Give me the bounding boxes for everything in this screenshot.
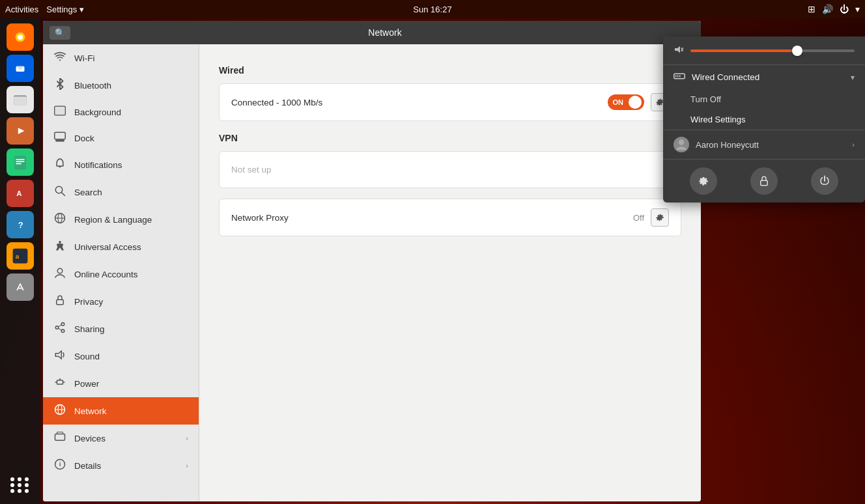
sidebar-item-power-label: Power [74, 379, 99, 389]
devices-icon [53, 431, 66, 445]
network-topbar-icon[interactable]: ⊞ [808, 4, 815, 14]
dock-icon-appstore[interactable]: A [7, 180, 34, 207]
volume-mute-icon[interactable] [674, 44, 684, 57]
sidebar-item-search-label: Search [74, 188, 102, 197]
topbar-dropdown-arrow[interactable]: ▾ [855, 4, 860, 14]
topbar-clock[interactable]: Sun 16:27 [413, 5, 451, 14]
topbar: Activities Settings ▾ Sun 16:27 ⊞ 🔊 ⏻ ▾ [0, 0, 865, 18]
volume-knob[interactable] [792, 46, 802, 56]
wired-connection-status: Connected - 1000 Mb/s [231, 98, 608, 107]
popup-actions-row [663, 159, 865, 203]
sidebar-item-online-accounts-label: Online Accounts [74, 270, 138, 279]
network-settings-icon [53, 404, 66, 418]
svg-text:A: A [16, 189, 21, 197]
sound-icon [53, 349, 66, 363]
toggle-on-label: ON [610, 98, 627, 106]
dock-icon-help[interactable]: ? [7, 211, 34, 238]
turn-off-menu-item[interactable]: Turn Off [663, 89, 865, 109]
vpn-card: Not set up [219, 151, 681, 188]
sidebar-item-universal-access-label: Universal Access [74, 242, 141, 252]
wired-toggle[interactable]: ON [608, 94, 645, 110]
svg-point-60 [679, 140, 684, 145]
sidebar-item-wifi[interactable]: Wi-Fi [43, 44, 199, 72]
power-topbar-icon[interactable]: ⏻ [840, 4, 849, 14]
sidebar-item-sharing[interactable]: Sharing [43, 315, 199, 343]
sidebar-item-network[interactable]: Network [43, 397, 199, 425]
sidebar-item-devices[interactable]: Devices › [43, 425, 199, 452]
sidebar-item-power[interactable]: Power [43, 370, 199, 397]
proxy-card: Network Proxy Off [219, 199, 681, 236]
volume-topbar-icon[interactable]: 🔊 [822, 4, 833, 14]
svg-text:?: ? [18, 220, 23, 230]
svg-rect-11 [14, 156, 26, 169]
proxy-row: Network Proxy Off [220, 199, 681, 236]
svg-text:a: a [16, 253, 20, 260]
settings-menu-chevron: ▾ [79, 5, 84, 14]
settings-menu-label: Settings [46, 5, 77, 14]
sidebar-item-sound[interactable]: Sound [43, 343, 199, 370]
sidebar-item-notifications[interactable]: Notifications [43, 151, 199, 178]
dock-settings-icon [53, 132, 66, 145]
svg-point-2 [18, 35, 23, 40]
dock-icon-files[interactable] [7, 86, 34, 113]
sidebar-item-bluetooth-label: Bluetooth [74, 81, 111, 91]
wired-connected-header[interactable]: Wired Connected ▾ [663, 65, 865, 89]
sidebar-item-dock-label: Dock [74, 133, 94, 143]
svg-rect-14 [16, 163, 21, 165]
window-titlebar: 🔍 Network [43, 21, 701, 44]
dock-icon-thunderbird[interactable] [7, 55, 34, 82]
power-action-button[interactable] [811, 167, 838, 195]
svg-rect-61 [761, 180, 768, 186]
proxy-settings-gear-button[interactable] [651, 208, 669, 227]
svg-line-39 [59, 325, 62, 327]
dock: A ? a [0, 18, 40, 504]
dock-icon-tools[interactable] [7, 273, 34, 301]
svg-rect-22 [18, 288, 23, 289]
wired-card: Connected - 1000 Mb/s ON [219, 83, 681, 121]
desktop: A ? a 🔍 Network [0, 18, 865, 504]
sidebar-item-online-accounts[interactable]: Online Accounts [43, 260, 199, 288]
sidebar-item-background[interactable]: Background [43, 99, 199, 125]
online-accounts-icon [53, 267, 66, 281]
sidebar-item-search[interactable]: Search [43, 178, 199, 206]
wired-section-header: Wired + [219, 64, 681, 77]
show-applications-button[interactable] [7, 471, 34, 499]
search-button[interactable]: 🔍 [50, 26, 70, 40]
svg-rect-8 [14, 96, 27, 105]
sidebar-item-details[interactable]: i Details › [43, 452, 199, 479]
svg-marker-41 [55, 351, 61, 359]
sidebar-item-bluetooth[interactable]: Bluetooth [43, 72, 199, 99]
lock-screen-action-button[interactable] [750, 167, 778, 195]
vpn-section-header: VPN + [219, 132, 681, 145]
sidebar-item-dock[interactable]: Dock [43, 125, 199, 151]
user-avatar [674, 137, 689, 152]
svg-rect-13 [16, 161, 25, 162]
dock-icon-rhythmbox[interactable] [7, 117, 34, 145]
details-icon: i [53, 458, 66, 473]
sidebar-item-sound-label: Sound [74, 352, 100, 361]
svg-rect-49 [55, 434, 65, 441]
volume-slider[interactable] [690, 49, 855, 52]
dock-icon-libreoffice[interactable] [7, 148, 34, 176]
activities-button[interactable]: Activities [5, 5, 38, 14]
settings-menu-button[interactable]: Settings ▾ [46, 5, 84, 14]
user-chevron-icon: › [852, 141, 855, 148]
dock-icon-firefox[interactable] [7, 23, 34, 51]
system-settings-action-button[interactable] [690, 167, 717, 195]
user-row[interactable]: Aaron Honeycutt › [663, 130, 865, 159]
sharing-icon [53, 322, 66, 336]
sidebar-item-sharing-label: Sharing [74, 324, 105, 334]
sidebar-item-privacy[interactable]: Privacy [43, 288, 199, 315]
notifications-icon [53, 158, 66, 172]
system-tray-popup: Wired Connected ▾ Turn Off Wired Setting… [663, 36, 865, 203]
sidebar-item-universal-access[interactable]: Universal Access [43, 233, 199, 260]
sidebar-item-privacy-label: Privacy [74, 297, 103, 307]
sidebar: Wi-Fi Bluetooth Background [43, 44, 199, 501]
wired-settings-menu-item[interactable]: Wired Settings [663, 109, 865, 130]
dock-icon-amazon[interactable]: a [7, 242, 34, 270]
sidebar-item-region[interactable]: Region & Language [43, 206, 199, 233]
svg-rect-50 [57, 432, 63, 434]
universal-access-icon [53, 240, 66, 254]
background-icon [53, 105, 66, 119]
search-icon: 🔍 [55, 28, 65, 38]
